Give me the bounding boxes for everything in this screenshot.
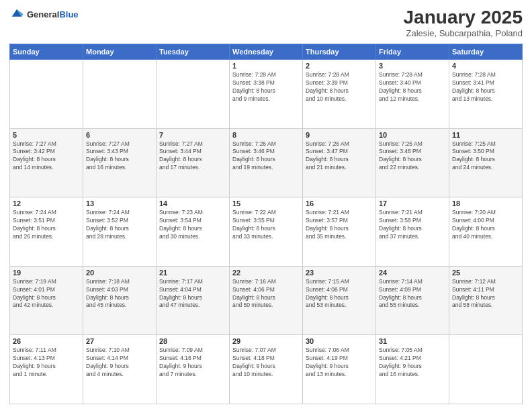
day-info: Sunrise: 7:16 AM Sunset: 4:06 PM Dayligh… <box>232 278 300 310</box>
day-number: 14 <box>159 199 226 208</box>
calendar-cell: 5Sunrise: 7:27 AM Sunset: 3:42 PM Daylig… <box>10 128 83 197</box>
weekday-header-cell: Wednesday <box>230 44 303 60</box>
day-info: Sunrise: 7:24 AM Sunset: 3:51 PM Dayligh… <box>13 209 80 241</box>
calendar-cell: 16Sunrise: 7:21 AM Sunset: 3:57 PM Dayli… <box>303 197 376 267</box>
day-number: 22 <box>232 269 300 277</box>
day-info: Sunrise: 7:27 AM Sunset: 3:42 PM Dayligh… <box>13 140 80 173</box>
day-number: 2 <box>306 62 373 70</box>
calendar-cell: 23Sunrise: 7:15 AM Sunset: 4:08 PM Dayli… <box>303 266 376 335</box>
day-info: Sunrise: 7:18 AM Sunset: 4:03 PM Dayligh… <box>86 278 153 310</box>
weekday-header-cell: Saturday <box>449 44 523 60</box>
calendar-cell <box>10 60 83 129</box>
page: GeneralBlue January 2025 Zalesie, Subcar… <box>0 0 532 411</box>
day-info: Sunrise: 7:24 AM Sunset: 3:52 PM Dayligh… <box>86 209 153 241</box>
day-number: 3 <box>379 62 446 70</box>
day-info: Sunrise: 7:22 AM Sunset: 3:55 PM Dayligh… <box>232 209 300 241</box>
day-info: Sunrise: 7:28 AM Sunset: 3:38 PM Dayligh… <box>232 71 300 103</box>
day-number: 6 <box>86 131 153 139</box>
calendar-cell: 2Sunrise: 7:28 AM Sunset: 3:39 PM Daylig… <box>303 60 376 129</box>
calendar-cell: 15Sunrise: 7:22 AM Sunset: 3:55 PM Dayli… <box>230 197 303 267</box>
day-info: Sunrise: 7:15 AM Sunset: 4:08 PM Dayligh… <box>306 278 373 310</box>
day-number: 23 <box>306 269 373 277</box>
day-number: 19 <box>13 269 80 277</box>
calendar-cell: 6Sunrise: 7:27 AM Sunset: 3:43 PM Daylig… <box>83 128 157 197</box>
day-info: Sunrise: 7:27 AM Sunset: 3:43 PM Dayligh… <box>86 140 153 173</box>
day-info: Sunrise: 7:26 AM Sunset: 3:47 PM Dayligh… <box>306 140 373 173</box>
day-info: Sunrise: 7:05 AM Sunset: 4:21 PM Dayligh… <box>379 347 446 379</box>
calendar-week-row: 5Sunrise: 7:27 AM Sunset: 3:42 PM Daylig… <box>10 128 523 197</box>
logo-blue: Blue <box>59 9 78 19</box>
day-info: Sunrise: 7:28 AM Sunset: 3:39 PM Dayligh… <box>306 71 373 103</box>
calendar-week-row: 1Sunrise: 7:28 AM Sunset: 3:38 PM Daylig… <box>10 60 523 129</box>
day-number: 18 <box>452 199 519 208</box>
calendar-cell: 30Sunrise: 7:06 AM Sunset: 4:19 PM Dayli… <box>303 335 376 404</box>
calendar-table: SundayMondayTuesdayWednesdayThursdayFrid… <box>9 44 523 404</box>
day-number: 27 <box>86 337 153 345</box>
weekday-header-cell: Friday <box>376 44 449 60</box>
day-info: Sunrise: 7:23 AM Sunset: 3:54 PM Dayligh… <box>159 209 226 241</box>
day-number: 21 <box>159 269 226 277</box>
day-info: Sunrise: 7:26 AM Sunset: 3:46 PM Dayligh… <box>232 140 300 173</box>
day-info: Sunrise: 7:20 AM Sunset: 4:00 PM Dayligh… <box>452 209 519 241</box>
logo-icon <box>9 7 24 21</box>
weekday-header-row: SundayMondayTuesdayWednesdayThursdayFrid… <box>10 44 523 60</box>
day-info: Sunrise: 7:11 AM Sunset: 4:13 PM Dayligh… <box>13 347 80 379</box>
day-number: 15 <box>232 199 300 208</box>
day-number: 28 <box>159 337 226 345</box>
day-info: Sunrise: 7:10 AM Sunset: 4:14 PM Dayligh… <box>86 347 153 379</box>
calendar-week-row: 12Sunrise: 7:24 AM Sunset: 3:51 PM Dayli… <box>10 197 523 267</box>
day-number: 26 <box>13 337 80 345</box>
calendar-cell: 31Sunrise: 7:05 AM Sunset: 4:21 PM Dayli… <box>376 335 449 404</box>
day-info: Sunrise: 7:12 AM Sunset: 4:11 PM Dayligh… <box>452 278 519 310</box>
calendar-cell <box>449 335 523 404</box>
calendar-cell: 14Sunrise: 7:23 AM Sunset: 3:54 PM Dayli… <box>157 197 230 267</box>
header: GeneralBlue January 2025 Zalesie, Subcar… <box>9 7 523 38</box>
calendar-cell: 29Sunrise: 7:07 AM Sunset: 4:18 PM Dayli… <box>230 335 303 404</box>
day-info: Sunrise: 7:25 AM Sunset: 3:50 PM Dayligh… <box>452 140 519 173</box>
day-info: Sunrise: 7:07 AM Sunset: 4:18 PM Dayligh… <box>232 347 300 379</box>
weekday-header-cell: Thursday <box>303 44 376 60</box>
calendar-cell: 20Sunrise: 7:18 AM Sunset: 4:03 PM Dayli… <box>83 266 157 335</box>
day-number: 9 <box>306 131 373 139</box>
calendar-cell <box>83 60 157 129</box>
weekday-header-cell: Sunday <box>10 44 83 60</box>
title-block: January 2025 Zalesie, Subcarpathia, Pola… <box>404 7 523 38</box>
day-info: Sunrise: 7:28 AM Sunset: 3:40 PM Dayligh… <box>379 71 446 103</box>
calendar-cell: 4Sunrise: 7:28 AM Sunset: 3:41 PM Daylig… <box>449 60 523 129</box>
day-number: 24 <box>379 269 446 277</box>
calendar-cell: 28Sunrise: 7:09 AM Sunset: 4:16 PM Dayli… <box>157 335 230 404</box>
calendar-cell: 1Sunrise: 7:28 AM Sunset: 3:38 PM Daylig… <box>230 60 303 129</box>
calendar-cell: 12Sunrise: 7:24 AM Sunset: 3:51 PM Dayli… <box>10 197 83 267</box>
calendar-cell: 25Sunrise: 7:12 AM Sunset: 4:11 PM Dayli… <box>449 266 523 335</box>
day-info: Sunrise: 7:21 AM Sunset: 3:57 PM Dayligh… <box>306 209 373 241</box>
calendar-body: 1Sunrise: 7:28 AM Sunset: 3:38 PM Daylig… <box>10 60 523 404</box>
day-info: Sunrise: 7:06 AM Sunset: 4:19 PM Dayligh… <box>306 347 373 379</box>
calendar-cell: 11Sunrise: 7:25 AM Sunset: 3:50 PM Dayli… <box>449 128 523 197</box>
day-info: Sunrise: 7:09 AM Sunset: 4:16 PM Dayligh… <box>159 347 226 379</box>
day-number: 7 <box>159 131 226 139</box>
calendar-cell: 24Sunrise: 7:14 AM Sunset: 4:09 PM Dayli… <box>376 266 449 335</box>
month-title: January 2025 <box>404 7 523 28</box>
day-number: 12 <box>13 199 80 208</box>
calendar-cell: 3Sunrise: 7:28 AM Sunset: 3:40 PM Daylig… <box>376 60 449 129</box>
logo-general: General <box>27 9 59 19</box>
day-info: Sunrise: 7:14 AM Sunset: 4:09 PM Dayligh… <box>379 278 446 310</box>
calendar-cell: 26Sunrise: 7:11 AM Sunset: 4:13 PM Dayli… <box>10 335 83 404</box>
calendar-cell: 17Sunrise: 7:21 AM Sunset: 3:58 PM Dayli… <box>376 197 449 267</box>
calendar-cell <box>157 60 230 129</box>
day-number: 30 <box>306 337 373 345</box>
calendar-cell: 21Sunrise: 7:17 AM Sunset: 4:04 PM Dayli… <box>157 266 230 335</box>
day-number: 13 <box>86 199 153 208</box>
day-info: Sunrise: 7:21 AM Sunset: 3:58 PM Dayligh… <box>379 209 446 241</box>
calendar-cell: 19Sunrise: 7:19 AM Sunset: 4:01 PM Dayli… <box>10 266 83 335</box>
calendar-week-row: 19Sunrise: 7:19 AM Sunset: 4:01 PM Dayli… <box>10 266 523 335</box>
calendar-cell: 9Sunrise: 7:26 AM Sunset: 3:47 PM Daylig… <box>303 128 376 197</box>
day-info: Sunrise: 7:28 AM Sunset: 3:41 PM Dayligh… <box>452 71 519 103</box>
day-number: 8 <box>232 131 300 139</box>
calendar-cell: 10Sunrise: 7:25 AM Sunset: 3:48 PM Dayli… <box>376 128 449 197</box>
day-number: 17 <box>379 199 446 208</box>
day-number: 10 <box>379 131 446 139</box>
day-number: 4 <box>452 62 519 70</box>
day-number: 20 <box>86 269 153 277</box>
location-title: Zalesie, Subcarpathia, Poland <box>404 28 523 38</box>
